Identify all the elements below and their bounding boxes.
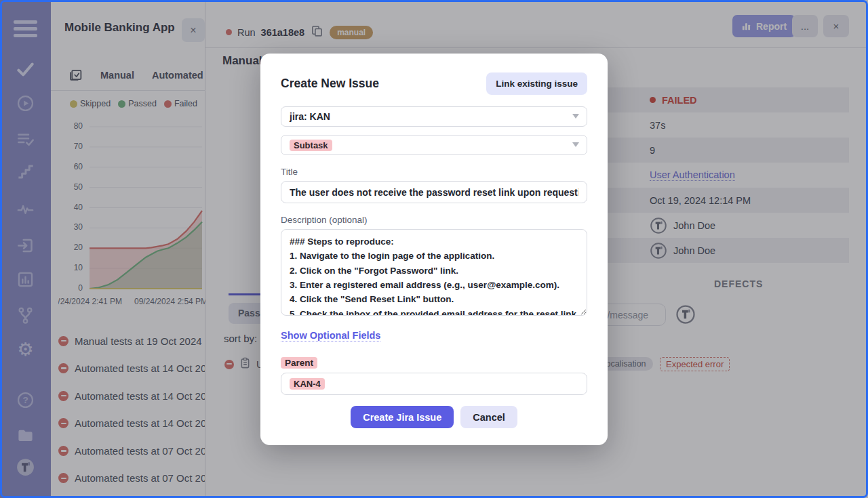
create-jira-issue-button[interactable]: Create Jira Issue: [351, 406, 454, 428]
description-label: Description (optional): [281, 215, 587, 225]
jira-project-value: jira: KAN: [290, 111, 330, 122]
jira-project-select[interactable]: jira: KAN: [281, 106, 587, 127]
chevron-down-icon: [572, 142, 579, 147]
create-issue-modal: Create New Issue Link existing issue jir…: [260, 54, 608, 445]
parent-issue-chip: KAN-4: [290, 378, 325, 390]
app-root: ⚙ ? Mobile Banking App × Manual Automate…: [0, 0, 868, 498]
issue-description-textarea[interactable]: ### Steps to reproduce: 1. Navigate to t…: [281, 229, 587, 316]
parent-label-wrap: Parent: [281, 356, 587, 369]
modal-title: Create New Issue: [281, 77, 379, 91]
show-optional-fields-link[interactable]: Show Optional Fields: [281, 330, 380, 341]
parent-issue-input[interactable]: KAN-4: [281, 373, 587, 395]
issue-type-select[interactable]: Subtask: [281, 135, 587, 155]
chevron-down-icon: [572, 114, 579, 119]
parent-label: Parent: [281, 357, 317, 369]
title-label: Title: [281, 167, 587, 177]
link-existing-issue-button[interactable]: Link existing issue: [486, 72, 587, 95]
issue-title-input[interactable]: [281, 181, 587, 203]
cancel-button[interactable]: Cancel: [460, 406, 517, 428]
issue-type-chip: Subtask: [290, 140, 332, 151]
